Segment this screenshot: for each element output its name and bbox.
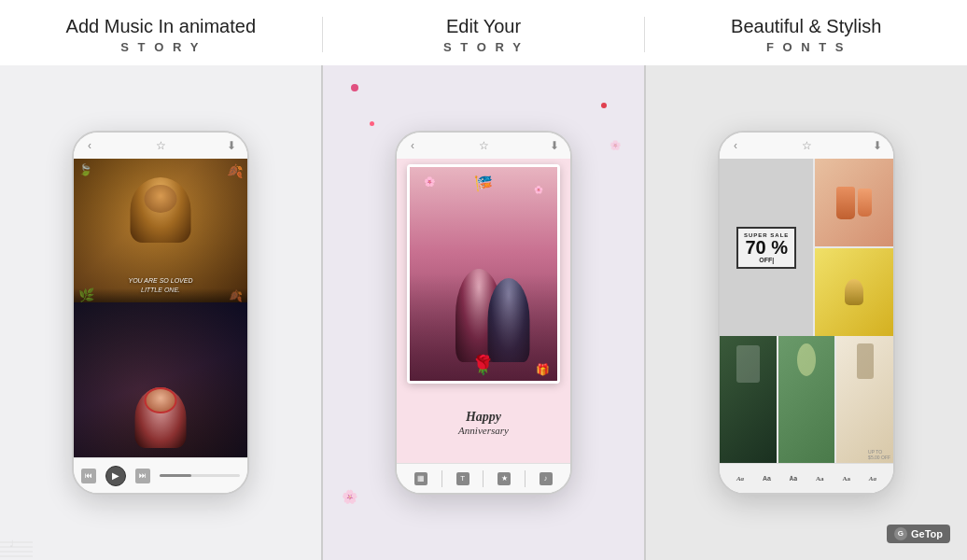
off-text: OFF| [744, 257, 789, 263]
up-to-text: UP TO$5.00 OFF [868, 449, 890, 460]
watermark-icon: G [894, 527, 907, 540]
rose-sticker: 🌹 [471, 354, 495, 376]
product-bottle [797, 343, 816, 376]
star-icon-1[interactable]: ☆ [154, 139, 167, 152]
leaf-bottom-right: 🍂 [229, 289, 243, 302]
edit-tools-bar[interactable]: ▦ T ★ ♪ [397, 463, 570, 493]
baby-head [145, 185, 177, 213]
leaf-top-left: 🍃 [78, 163, 92, 176]
next-icon[interactable]: ⏭ [135, 469, 150, 483]
filter-tool[interactable]: ▦ [414, 472, 427, 485]
cream-tube [858, 189, 872, 217]
watermark: G GeTop [887, 525, 950, 543]
music-tool[interactable]: ♪ [540, 472, 553, 485]
panel2-header-title: Edit Your [446, 15, 521, 37]
phone-mockup-3: ‹ ☆ ⬇ SUPER SALE 70 % OFF| [718, 131, 895, 495]
sale-box: SUPER SALE 70 % OFF| [720, 159, 813, 336]
header-col-1: Add Music In animated S T O R Y [0, 11, 322, 58]
person1-silhouette [455, 269, 502, 362]
phone-topbar-2: ‹ ☆ ⬇ [397, 133, 570, 159]
fonts-content: SUPER SALE 70 % OFF| [720, 159, 893, 463]
product-cream [815, 159, 893, 246]
music-player-bar[interactable]: ⏮ ▶ ⏭ [74, 457, 247, 493]
play-button[interactable]: ▶ [105, 466, 126, 486]
svg-text:♪: ♪ [0, 546, 1, 559]
products-right [815, 159, 893, 336]
percent-text: 70 % [744, 238, 789, 257]
music-notes-decoration: ♫ ♪ ♩ [0, 510, 42, 560]
scattered-rose-2: 🌸 [610, 140, 621, 150]
anniversary-line2: Anniversary [458, 425, 509, 436]
petal-2: 🌸 [534, 186, 543, 194]
sticker-tool[interactable]: ★ [498, 472, 511, 485]
font-selector-bar[interactable]: Aa Aa Aa Aa Aa Aa [720, 463, 893, 493]
baby2-head [145, 387, 177, 413]
panels-container: ‹ ☆ ⬇ 🍂 🍃 [0, 65, 967, 560]
cream-bottle [836, 187, 855, 219]
panel2-header-subtitle: S T O R Y [443, 40, 524, 54]
font-sample-1[interactable]: Aa [736, 475, 744, 483]
progress-fill [160, 474, 191, 477]
baby-photo-top: 🍂 🍃 YOU ARE SO LOVED LITTLE ONE. 🌿 🍂 [74, 159, 247, 302]
tool-divider-1 [441, 470, 442, 487]
font-sample-4[interactable]: Aa [816, 475, 824, 483]
sunflower-shape [845, 279, 863, 305]
product-grid-top: SUPER SALE 70 % OFF| [720, 159, 893, 336]
leaf-top-right: 🍂 [227, 163, 243, 178]
baby-face [131, 177, 191, 243]
panel3-header-title: Beautiful & Stylish [731, 15, 881, 37]
product-in-green [736, 345, 760, 383]
header-col-3: Beautiful & Stylish F O N T S [645, 11, 967, 58]
product-sunflower [815, 248, 893, 336]
phone-topbar-3: ‹ ☆ ⬇ [720, 133, 893, 159]
phone-mockup-2: ‹ ☆ ⬇ 🌹 🎁 [395, 131, 572, 495]
back-icon-3[interactable]: ‹ [729, 139, 742, 152]
download-icon-1[interactable]: ⬇ [225, 139, 238, 152]
story-content-1: 🍂 🍃 YOU ARE SO LOVED LITTLE ONE. 🌿 🍂 [74, 159, 247, 457]
back-icon-2[interactable]: ‹ [406, 139, 419, 152]
panel-fonts: ‹ ☆ ⬇ SUPER SALE 70 % OFF| [646, 65, 967, 560]
panel1-header-title: Add Music In animated [66, 15, 256, 37]
panel-music: ‹ ☆ ⬇ 🍂 🍃 [0, 65, 323, 560]
anniversary-text: Happy Anniversary [458, 410, 509, 436]
header-col-2: Edit Your S T O R Y [323, 11, 645, 58]
back-icon-1[interactable]: ‹ [83, 139, 96, 152]
play-icon: ▶ [112, 470, 119, 481]
font-sample-6[interactable]: Aa [869, 475, 876, 483]
anniversary-text-area: Happy Anniversary [397, 384, 570, 463]
tool-divider-2 [483, 470, 484, 487]
couple-photo [410, 167, 557, 381]
cell-light-green [778, 336, 835, 463]
person2-silhouette [487, 278, 529, 362]
phone-mockup-1: ‹ ☆ ⬇ 🍂 🍃 [72, 131, 249, 495]
phone-topbar-1: ‹ ☆ ⬇ [74, 133, 247, 159]
couple-photo-frame: 🌹 🎁 🌸 🌸 🎏 [407, 164, 560, 384]
download-icon-3[interactable]: ⬇ [871, 139, 884, 152]
baby-photo-bottom [74, 302, 247, 457]
text-tool[interactable]: T [456, 472, 469, 485]
prev-icon[interactable]: ⏮ [81, 469, 96, 483]
font-sample-2[interactable]: Aa [763, 475, 771, 482]
font-sample-5[interactable]: Aa [842, 475, 850, 483]
photo-gradient-overlay: 🌿 🍂 [74, 288, 247, 302]
panel1-header-subtitle: S T O R Y [120, 40, 201, 54]
scattered-rose-1: 🌸 [342, 489, 357, 504]
gift-sticker: 🎁 [536, 363, 550, 376]
confetti-1 [351, 84, 358, 91]
product-grid-bottom: UP TO$5.00 OFF [720, 336, 893, 463]
progress-bar[interactable] [160, 474, 240, 477]
star-icon-2[interactable]: ☆ [477, 139, 490, 152]
overlay-text-line1: YOU ARE SO LOVED [74, 276, 247, 286]
header-section: Add Music In animated S T O R Y Edit You… [0, 0, 967, 65]
phone-content-2: 🌹 🎁 🌸 🌸 🎏 Happy Anniversary [397, 159, 570, 463]
star-icon-3[interactable]: ☆ [800, 139, 813, 152]
phone-content-1: 🍂 🍃 YOU ARE SO LOVED LITTLE ONE. 🌿 🍂 [74, 159, 247, 457]
petal-1: 🌸 [424, 176, 435, 187]
download-icon-2[interactable]: ⬇ [548, 139, 561, 152]
confetti-2 [601, 103, 607, 108]
font-sample-3[interactable]: Aa [790, 475, 797, 483]
panel3-header-subtitle: F O N T S [766, 40, 847, 54]
product-lotion [857, 343, 874, 379]
panel-edit: ‹ ☆ ⬇ 🌹 🎁 [323, 65, 646, 560]
cell-dark-green [720, 336, 777, 463]
